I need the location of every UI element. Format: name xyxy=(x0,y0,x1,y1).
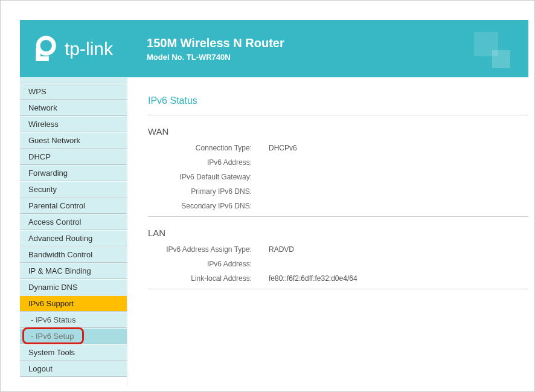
nav-item-bandwidth-control[interactable]: Bandwidth Control xyxy=(20,246,127,263)
lan-assign-type-value: RADVD xyxy=(269,245,294,254)
nav-item-ipv6-support[interactable]: IPv6 Support xyxy=(20,295,127,312)
wan-primary-dns-label: Primary IPv6 DNS: xyxy=(148,187,269,196)
router-admin-frame: tp-link 150M Wireless N Router Model No.… xyxy=(20,20,528,385)
sidebar[interactable]: WPS Network Wireless Guest Network DHCP … xyxy=(20,77,127,385)
lan-link-local-value: fe80::f6f2:6dff:fe32:d0e4/64 xyxy=(269,274,357,283)
divider xyxy=(148,289,528,289)
lan-assign-type-label: IPv6 Address Assign Type: xyxy=(148,245,269,254)
divider xyxy=(148,216,528,217)
product-model: Model No. TL-WR740N xyxy=(147,53,284,62)
lan-link-local-label: Link-local Address: xyxy=(148,274,269,283)
nav-item-network[interactable]: Network xyxy=(20,100,127,116)
divider xyxy=(148,115,528,115)
nav-item-wireless[interactable]: Wireless xyxy=(20,116,127,132)
content-scroll[interactable]: IPv6 Status WAN Connection Type: DHCPv6 … xyxy=(127,77,528,385)
nav-item-advanced-routing[interactable]: Advanced Routing xyxy=(20,230,127,246)
nav-item-access-control[interactable]: Access Control xyxy=(20,214,127,230)
tplink-logo-icon xyxy=(31,35,59,63)
brand-logo: tp-link xyxy=(31,35,113,63)
nav-item-wps[interactable]: WPS xyxy=(20,83,127,100)
wan-default-gateway-row: IPv6 Default Gateway: xyxy=(148,173,528,181)
header-title: 150M Wireless N Router Model No. TL-WR74… xyxy=(147,36,284,62)
nav-item-parental-control[interactable]: Parental Control xyxy=(20,198,127,214)
nav-item-ipv6-setup-label: - IPv6 Setup xyxy=(31,332,74,341)
brand-name: tp-link xyxy=(65,39,113,59)
wan-connection-type-row: Connection Type: DHCPv6 xyxy=(148,144,528,152)
wan-primary-dns-row: Primary IPv6 DNS: xyxy=(148,187,528,196)
header: tp-link 150M Wireless N Router Model No.… xyxy=(20,20,528,77)
wan-default-gateway-label: IPv6 Default Gateway: xyxy=(148,173,269,181)
nav-item-dhcp[interactable]: DHCP xyxy=(20,149,127,165)
wan-heading: WAN xyxy=(148,126,528,137)
wan-secondary-dns-label: Secondary IPv6 DNS: xyxy=(148,202,269,210)
lan-link-local-row: Link-local Address: fe80::f6f2:6dff:fe32… xyxy=(148,274,528,283)
page-title: IPv6 Status xyxy=(148,95,528,106)
nav-item-guest-network[interactable]: Guest Network xyxy=(20,132,127,149)
nav-menu: WPS Network Wireless Guest Network DHCP … xyxy=(20,77,127,377)
svg-rect-2 xyxy=(36,56,48,61)
product-title: 150M Wireless N Router xyxy=(147,36,284,50)
nav-item-forwarding[interactable]: Forwarding xyxy=(20,165,127,181)
nav-item-truncated[interactable] xyxy=(20,77,127,83)
wan-ipv6-address-row: IPv6 Address: xyxy=(148,158,528,167)
nav-item-security[interactable]: Security xyxy=(20,181,127,198)
lan-ipv6-address-label: IPv6 Address: xyxy=(148,260,269,268)
wan-connection-type-label: Connection Type: xyxy=(148,144,269,152)
lan-heading: LAN xyxy=(148,228,528,238)
nav-item-system-tools[interactable]: System Tools xyxy=(20,344,127,361)
nav-item-ip-mac-binding[interactable]: IP & MAC Binding xyxy=(20,263,127,279)
body: WPS Network Wireless Guest Network DHCP … xyxy=(20,77,528,385)
svg-point-0 xyxy=(38,37,54,53)
wan-ipv6-address-label: IPv6 Address: xyxy=(148,158,269,167)
content: IPv6 Status WAN Connection Type: DHCPv6 … xyxy=(127,77,528,385)
lan-assign-type-row: IPv6 Address Assign Type: RADVD xyxy=(148,245,528,254)
wan-connection-type-value: DHCPv6 xyxy=(269,144,297,152)
nav-item-dynamic-dns[interactable]: Dynamic DNS xyxy=(20,279,127,295)
wan-secondary-dns-row: Secondary IPv6 DNS: xyxy=(148,202,528,210)
nav-item-logout[interactable]: Logout xyxy=(20,361,127,377)
lan-ipv6-address-row: IPv6 Address: xyxy=(148,260,528,268)
nav-item-ipv6-setup[interactable]: - IPv6 Setup xyxy=(20,328,127,344)
nav-item-ipv6-status[interactable]: - IPv6 Status xyxy=(20,312,127,328)
